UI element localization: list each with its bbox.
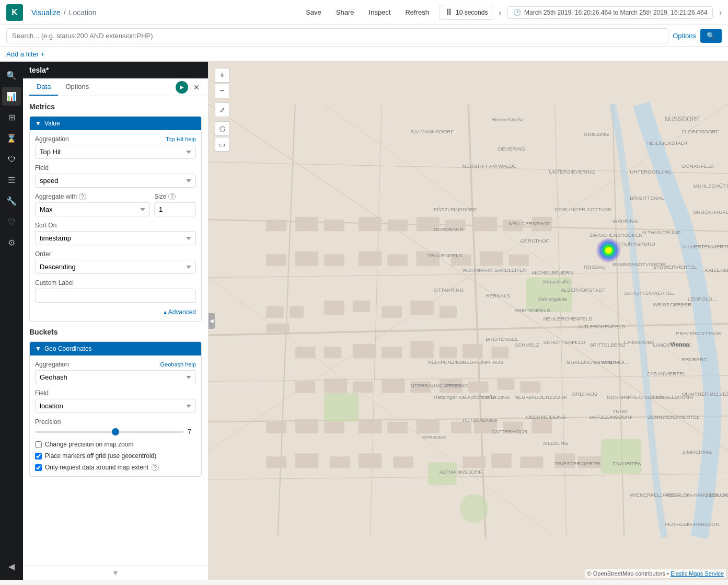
time-range-text: March 25th 2019, 16:20:26.464 to March 2…	[524, 9, 707, 16]
svg-rect-37	[491, 347, 509, 358]
sidebar-item-discover[interactable]: 🔍	[2, 66, 21, 85]
svg-text:BRUCKHAUFEN: BRUCKHAUFEN	[694, 209, 728, 215]
sort-on-select[interactable]: timestamp speed location	[35, 231, 196, 245]
value-card-label: Value	[44, 120, 60, 127]
sidebar-item-visualize[interactable]: 📊	[2, 87, 21, 106]
sidebar-item-collapse[interactable]: ◀	[2, 557, 21, 576]
run-button[interactable]: ▶	[176, 81, 188, 94]
svg-text:GRINZING: GRINZING	[584, 131, 609, 137]
place-markers-label: Place markers off grid (use geocentroid)	[45, 452, 156, 460]
sidebar-item-devtools[interactable]: 🔧	[2, 191, 21, 210]
svg-text:QUARTIER BELVEDERE: QUARTIER BELVEDERE	[682, 391, 728, 397]
draw-polygon-button[interactable]: ⬠	[215, 121, 229, 136]
only-request-help-icon[interactable]: ?	[152, 464, 159, 471]
svg-rect-46	[520, 381, 540, 393]
aggregate-with-help-icon[interactable]: ?	[79, 193, 86, 200]
sidebar-item-dashboard[interactable]: ⊞	[2, 108, 21, 127]
geo-card-arrow: ▼	[35, 345, 41, 352]
sidebar-item-monitoring[interactable]: ♡	[2, 212, 21, 231]
precision-value: 7	[188, 428, 196, 435]
size-input[interactable]	[154, 202, 196, 216]
zoom-in-button[interactable]: +	[215, 68, 229, 83]
field-select[interactable]: speed location timestamp	[35, 174, 196, 188]
svg-rect-38	[295, 381, 316, 393]
geohash-help-link[interactable]: Geohash help	[160, 361, 197, 368]
time-back-button[interactable]: ‹	[499, 8, 501, 17]
geo-aggregation-select[interactable]: Geohash Geo tile	[35, 370, 196, 384]
place-markers-checkbox[interactable]	[35, 453, 42, 460]
tab-options[interactable]: Options	[58, 78, 96, 96]
svg-text:LAIMGRUBE: LAIMGRUBE	[624, 339, 655, 345]
precision-slider[interactable]	[35, 431, 183, 433]
svg-rect-24	[266, 324, 289, 332]
search-button[interactable]: 🔍	[700, 29, 722, 43]
share-button[interactable]: Share	[332, 6, 359, 18]
size-label: Size ?	[154, 193, 196, 200]
svg-text:DORNBACH: DORNBACH	[434, 226, 464, 232]
svg-text:ALTMANNSDORF: ALTMANNSDORF	[440, 469, 482, 475]
svg-text:HERNALS: HERNALS	[486, 293, 510, 299]
refresh-button[interactable]: Refresh	[401, 6, 433, 18]
svg-text:NUSSDORF: NUSSDORF	[665, 116, 700, 123]
aggregate-with-select-wrapper: Max Min Average	[35, 202, 150, 216]
svg-text:THURYGRUND: THURYGRUND	[618, 241, 655, 247]
time-forward-button[interactable]: ›	[719, 8, 722, 17]
breadcrumb-visualize[interactable]: Visualize	[31, 8, 61, 17]
sidebar-item-lists[interactable]: ☰	[2, 170, 21, 189]
tab-data[interactable]: Data	[29, 78, 58, 96]
value-card: ▼ Value Aggregation Top Hit help	[29, 116, 202, 322]
svg-rect-79	[324, 254, 344, 266]
sidebar-item-settings[interactable]: ⚙	[2, 233, 21, 252]
time-interval[interactable]: ⏸ 10 seconds	[440, 5, 492, 20]
svg-text:ERDBERG: ERDBERG	[682, 357, 708, 362]
svg-rect-62	[463, 456, 486, 468]
inspect-button[interactable]: Inspect	[365, 6, 395, 18]
svg-rect-48	[295, 419, 318, 433]
geo-field-select[interactable]: location speed	[35, 399, 196, 413]
search-options-label[interactable]: Options	[673, 32, 696, 40]
scroll-down-indicator[interactable]: ▾	[23, 565, 208, 580]
svg-text:SIEVERING: SIEVERING	[497, 146, 525, 152]
svg-text:KAISERMÜHLEN: KAISERMÜHLEN	[705, 267, 728, 273]
svg-text:Koppstraße: Koppstraße	[544, 279, 571, 284]
custom-label-input[interactable]	[35, 289, 196, 303]
aggregate-with-field: Aggregate with ? Max Min Average	[35, 193, 150, 216]
svg-text:ALTLERCHENFELD: ALTLERCHENFELD	[578, 324, 625, 329]
breadcrumb: Visualize / Location	[31, 8, 97, 17]
fit-bounds-button[interactable]: ⤢	[215, 102, 229, 117]
change-precision-checkbox[interactable]	[35, 441, 42, 448]
draw-rectangle-button[interactable]: ▭	[215, 137, 229, 152]
size-help-icon[interactable]: ?	[168, 193, 176, 200]
advanced-toggle[interactable]: ▴ Advanced	[164, 308, 196, 316]
svg-rect-36	[463, 344, 483, 359]
map-area: + − ⤢ ⬠ ▭ ◀	[209, 62, 728, 580]
svg-rect-45	[497, 378, 514, 390]
aggregation-select[interactable]: Top Hit Average Count Max Min Sum	[35, 145, 196, 159]
add-filter-link[interactable]: Add a filter +	[6, 50, 44, 58]
aggregate-with-select[interactable]: Max Min Average	[35, 202, 150, 216]
svg-rect-67	[266, 220, 286, 231]
svg-rect-31	[324, 347, 341, 358]
sidebar-item-security[interactable]: 🛡	[2, 150, 21, 168]
search-input[interactable]	[6, 28, 668, 43]
svg-rect-47	[266, 422, 286, 433]
order-select[interactable]: Descending Ascending	[35, 260, 196, 274]
svg-text:HETZENDORF: HETZENDORF	[463, 417, 498, 423]
elastic-maps-link[interactable]: Elastic Maps Service	[671, 570, 724, 577]
geo-aggregation-group: Aggregation Geohash help Geohash Geo til…	[35, 361, 196, 384]
zoom-out-button[interactable]: −	[215, 84, 229, 98]
top-hit-help-link[interactable]: Top Hit help	[166, 136, 196, 142]
sidebar-item-timelion[interactable]: ⌛	[2, 129, 21, 147]
save-button[interactable]: Save	[302, 6, 326, 18]
svg-text:SONNWENDVIERTEL: SONNWENDVIERTEL	[647, 414, 700, 420]
time-range-display[interactable]: 🕐 March 25th 2019, 16:20:26.464 to March…	[507, 6, 713, 19]
svg-rect-78	[295, 251, 318, 266]
svg-rect-28	[411, 301, 434, 315]
svg-text:ALSERVORSTADT: ALSERVORSTADT	[561, 287, 606, 293]
svg-rect-56	[531, 419, 552, 433]
svg-text:STUWERVIERTEL: STUWERVIERTEL	[653, 264, 697, 270]
close-panel-button[interactable]: ✕	[191, 81, 202, 94]
only-request-checkbox[interactable]	[35, 464, 42, 471]
panel-collapse-handle[interactable]: ◀	[209, 313, 215, 329]
svg-rect-39	[324, 378, 347, 393]
